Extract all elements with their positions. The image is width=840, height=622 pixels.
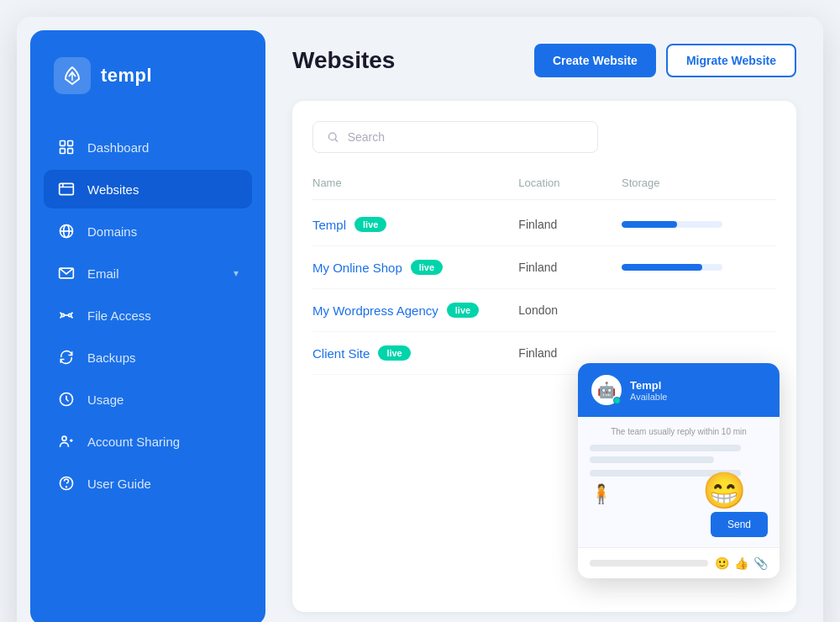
chat-emoji-floating: 😁 [702,470,746,511]
account-sharing-icon [57,432,76,451]
live-badge-agency: live [447,303,479,318]
storage-bar-bg [622,221,722,228]
domains-icon [57,222,76,240]
attach-icon[interactable]: 📎 [753,556,768,570]
storage-shop [622,264,776,271]
main-content: Websites Create Website Migrate Website … [279,17,823,622]
page-header: Websites Create Website Migrate Website [292,44,796,77]
svg-point-22 [328,133,336,140]
usage-label: Usage [87,393,123,407]
svg-line-17 [71,317,73,319]
sidebar-item-dashboard[interactable]: Dashboard [44,128,252,166]
svg-point-19 [62,436,66,440]
live-badge-templ: live [354,217,386,232]
backups-label: Backups [87,351,136,365]
col-storage: Storage [622,177,776,189]
file-access-icon [57,306,76,324]
websites-label: Websites [87,182,139,197]
live-badge-shop: live [411,260,443,275]
svg-point-21 [66,487,67,488]
chat-reply-time: The team usually reply within 10 min [590,427,768,436]
storage-bar-bg [622,264,722,271]
table-row: My Online Shop live Finland [312,246,776,289]
search-icon [327,130,339,144]
chat-agent-status: Available [630,392,667,402]
chat-header-info: Templ Available [630,379,667,402]
chat-widget: 🤖 Templ Available The team usually reply… [578,363,780,578]
svg-rect-4 [60,183,74,194]
site-name-client[interactable]: Client Site live [312,345,518,361]
logo-area: templ [44,57,252,94]
file-access-label: File Access [87,308,151,323]
logo-icon [54,57,91,94]
page-title: Websites [292,47,395,74]
emoji-icon[interactable]: 🙂 [715,556,729,570]
site-name-agency[interactable]: My Wordpress Agency live [312,303,518,318]
svg-line-14 [60,313,62,314]
svg-point-11 [61,314,64,316]
sidebar-item-websites[interactable]: Websites [44,170,252,208]
sidebar-item-file-access[interactable]: File Access [44,296,252,335]
storage-templ [622,221,776,228]
sidebar-item-account-sharing[interactable]: Account Sharing [44,422,252,461]
site-name-templ[interactable]: Templ live [312,217,518,232]
chat-online-dot [613,397,621,404]
sidebar-item-user-guide[interactable]: User Guide [44,464,252,503]
dashboard-label: Dashboard [87,140,149,155]
thumbs-icon[interactable]: 👍 [734,556,748,570]
email-label: Email [87,266,119,281]
search-input[interactable] [348,130,584,144]
table-row: Templ live Finland [312,203,776,246]
usage-icon [57,390,76,409]
websites-table: Name Location Storage Templ live Finland [312,177,776,375]
dashboard-icon [57,138,76,156]
location-agency: London [518,303,622,317]
location-templ: Finland [518,218,622,231]
svg-line-16 [71,313,73,314]
sidebar-item-usage[interactable]: Usage [44,380,252,419]
chat-agent-name: Templ [630,379,667,392]
chat-header: 🤖 Templ Available [578,363,780,417]
header-actions: Create Website Migrate Website [534,44,796,77]
live-badge-client: live [378,345,410,361]
storage-bar-fill [622,264,702,271]
sidebar: templ Dashboard [30,30,265,622]
user-guide-label: User Guide [87,477,151,491]
location-client: Finland [518,346,622,360]
content-card: Name Location Storage Templ live Finland [292,101,796,612]
svg-rect-3 [68,149,73,154]
email-chevron-icon: ▾ [234,267,239,279]
sidebar-item-domains[interactable]: Domains [44,212,252,250]
migrate-website-button[interactable]: Migrate Website [666,44,796,77]
user-guide-icon [57,474,76,493]
app-container: templ Dashboard [17,17,823,622]
table-header: Name Location Storage [312,177,776,200]
col-location: Location [518,177,622,189]
account-sharing-label: Account Sharing [87,435,180,449]
svg-line-15 [60,317,62,319]
svg-point-12 [69,314,71,316]
chat-body: The team usually reply within 10 min 🧍 S… [578,417,780,547]
nav-list: Dashboard Websites [44,128,252,503]
svg-rect-0 [60,141,66,146]
svg-line-23 [335,139,338,141]
chat-footer-icons: 🙂 👍 📎 [715,556,768,570]
col-name: Name [312,177,518,189]
storage-bar-fill [622,221,677,228]
create-website-button[interactable]: Create Website [534,44,656,77]
sidebar-item-email[interactable]: Email ▾ [44,254,252,293]
svg-rect-2 [60,149,66,154]
domains-label: Domains [87,224,137,239]
search-bar[interactable] [312,121,598,153]
chat-send-button[interactable]: Send [711,512,768,537]
table-row: My Wordpress Agency live London [312,289,776,332]
email-icon [57,264,76,282]
sidebar-item-backups[interactable]: Backups [44,338,252,377]
app-name: templ [101,65,152,87]
svg-rect-1 [68,141,73,146]
chat-msg-line1 [590,445,741,451]
site-name-shop[interactable]: My Online Shop live [312,260,518,275]
backups-icon [57,348,76,366]
chat-msg-line2 [590,456,714,463]
chat-input-area [590,560,708,567]
